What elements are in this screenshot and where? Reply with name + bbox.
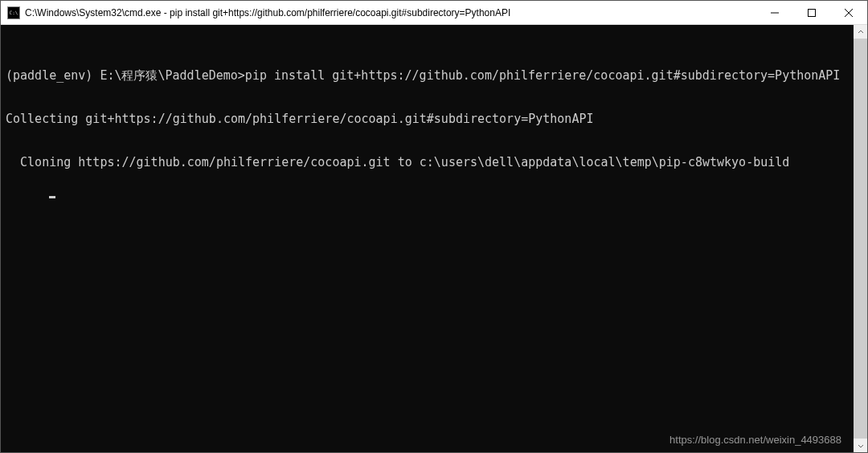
scroll-down-button[interactable] [854,439,867,452]
terminal-line: Collecting git+https://github.com/philfe… [6,112,849,126]
minimize-icon [771,9,779,17]
terminal-line: (paddle_env) E:\程序猿\PaddleDemo>pip insta… [6,68,849,83]
terminal-cursor [49,196,55,198]
maximize-button[interactable] [793,1,830,24]
scroll-up-button[interactable] [854,25,867,39]
window-controls [756,1,867,24]
minimize-button[interactable] [756,1,793,24]
chevron-down-icon [858,443,864,449]
svg-rect-1 [809,9,816,16]
cmd-icon [7,6,20,19]
window-title: C:\Windows\System32\cmd.exe - pip instal… [25,7,756,18]
terminal-line: Cloning https://github.com/philferriere/… [6,155,849,169]
titlebar[interactable]: C:\Windows\System32\cmd.exe - pip instal… [1,1,867,25]
watermark-text: https://blog.csdn.net/weixin_4493688 [669,433,841,447]
client-area: (paddle_env) E:\程序猿\PaddleDemo>pip insta… [1,25,867,452]
scrollbar-track[interactable] [854,39,867,439]
terminal-output[interactable]: (paddle_env) E:\程序猿\PaddleDemo>pip insta… [1,25,854,452]
vertical-scrollbar[interactable] [854,25,867,452]
scrollbar-thumb[interactable] [854,39,867,439]
close-button[interactable] [830,1,867,24]
cmd-window: C:\Windows\System32\cmd.exe - pip instal… [0,0,868,453]
maximize-icon [808,9,816,17]
chevron-up-icon [858,29,864,35]
close-icon [845,9,853,17]
